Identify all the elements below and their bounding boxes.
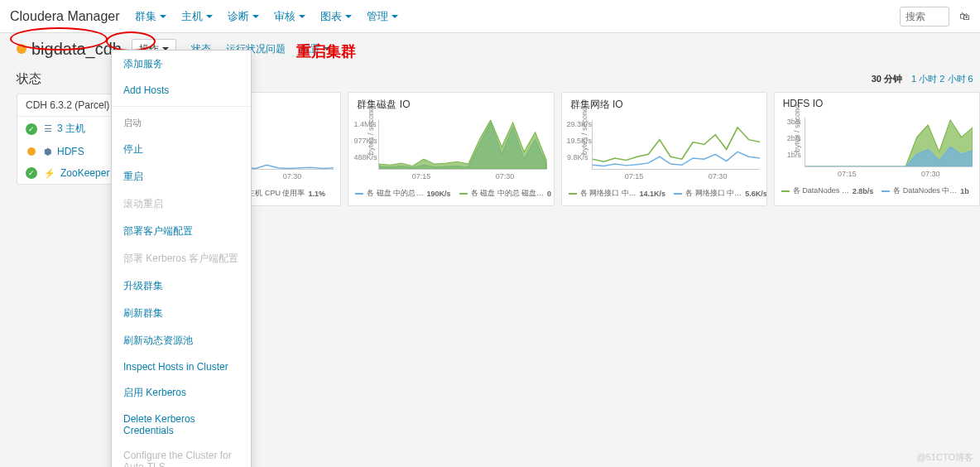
top-nav: Cloudera Manager 群集主机诊断审核图表管理 🛍 (0, 0, 980, 33)
nav-5[interactable]: 管理 (367, 9, 398, 24)
service-row[interactable]: ✓☰3 主机 (17, 117, 118, 141)
brand: Cloudera Manager (10, 9, 120, 24)
menu-item: 启动 (112, 110, 251, 136)
chart: 群集网络 IObytes / second29.3K/s19.5K/s9.8K/… (561, 92, 767, 206)
timerange-opt[interactable]: 2 小时 (939, 74, 965, 84)
caret-down-icon (252, 15, 259, 18)
menu-item[interactable]: 添加服务 (112, 51, 251, 78)
status-ok-icon: ✓ (26, 167, 37, 179)
caret-down-icon (392, 15, 398, 18)
nav-3[interactable]: 审核 (274, 9, 305, 24)
timerange-opt[interactable]: 6 (968, 74, 973, 84)
service-icon: ☰ (44, 123, 52, 134)
y-axis-label: bytes / second (580, 107, 588, 155)
chart-legend: 各 网络接口 中… 14.1K/s各 网络接口 中… 5.6K/s (562, 185, 766, 205)
caret-down-icon (345, 15, 352, 18)
content: 图表 30 分钟 1 小时 2 小时 6 群集 CPUpercent100%50… (135, 65, 980, 467)
service-label: 3 主机 (57, 122, 85, 136)
cluster-status-icon (17, 44, 26, 54)
service-icon: ⚡ (44, 168, 55, 179)
status-warn-icon (27, 147, 36, 156)
menu-item[interactable]: Inspect Hosts in Cluster (112, 354, 251, 379)
nav-4[interactable]: 图表 (320, 9, 352, 24)
service-row[interactable]: ⬢HDFS (17, 141, 118, 162)
chart: HDFS IObytes / second3b/s2b/s1b/s07:1507… (774, 92, 980, 206)
nav-1[interactable]: 主机 (181, 9, 213, 24)
sidebar-title: 状态 (17, 71, 118, 87)
caret-down-icon (160, 15, 166, 18)
cluster-name[interactable]: bigdata_cdh (31, 40, 122, 59)
status-ok-icon: ✓ (26, 123, 37, 135)
nav-0[interactable]: 群集 (135, 9, 166, 24)
status-panel: CDH 6.3.2 (Parcel) ✓☰3 主机⬢HDFS✓⚡ZooKeepe… (17, 94, 118, 185)
menu-item[interactable]: 重启 (112, 163, 251, 190)
chart-title: 群集磁盘 IO (348, 93, 553, 117)
time-range: 30 分钟 1 小时 2 小时 6 (872, 73, 980, 85)
menu-item[interactable]: Delete Kerberos Credentials (112, 407, 251, 443)
timerange-opt[interactable]: 1 小时 (911, 74, 937, 84)
chart: 群集磁盘 IObytes / second1.4M/s977K/s488K/s0… (348, 92, 554, 206)
menu-item[interactable]: 停止 (112, 136, 251, 163)
service-label: HDFS (57, 146, 84, 157)
menu-item: 部署 Kerberos 客户端配置 (112, 245, 251, 272)
menu-item[interactable]: 刷新动态资源池 (112, 327, 251, 354)
y-axis-label: bytes / second (367, 107, 375, 155)
caret-down-icon (324, 47, 330, 51)
menu-item: Configure the Cluster for Auto-TLS (112, 443, 251, 467)
menu-item[interactable]: 刷新群集 (112, 300, 251, 327)
service-label: ZooKeeper (60, 167, 109, 179)
caret-down-icon (299, 15, 305, 18)
chart-title: 群集网络 IO (562, 93, 766, 117)
support-icon[interactable]: 🛍 (959, 10, 970, 22)
menu-item[interactable]: 启用 Kerberos (112, 379, 251, 407)
chart-title: HDFS IO (775, 93, 979, 114)
chart-legend: 各 DataNodes … 2.8b/s各 DataNodes 中… 1b (775, 182, 979, 203)
y-axis-label: bytes / second (793, 104, 801, 152)
service-icon: ⬢ (44, 147, 52, 157)
menu-item[interactable]: Add Hosts (112, 78, 251, 103)
nav-2[interactable]: 诊断 (228, 9, 259, 24)
chart-legend: 各 磁盘 中的总… 190K/s各 磁盘 中的总 磁盘… 0 (348, 185, 553, 205)
action-dropdown-menu: 添加服务Add Hosts启动停止重启滚动重启部署客户端配置部署 Kerbero… (111, 50, 252, 467)
watermark: @51CTO博客 (917, 451, 973, 464)
service-row[interactable]: ✓⚡ZooKeeper (17, 162, 118, 184)
menu-item[interactable]: 升级群集 (112, 272, 251, 300)
caret-down-icon (206, 15, 213, 18)
menu-item: 滚动重启 (112, 190, 251, 218)
panel-head: CDH 6.3.2 (Parcel) (17, 94, 118, 117)
search-input[interactable] (900, 7, 949, 26)
subnav-config[interactable]: 配置 (300, 42, 330, 56)
menu-item[interactable]: 部署客户端配置 (112, 218, 251, 245)
